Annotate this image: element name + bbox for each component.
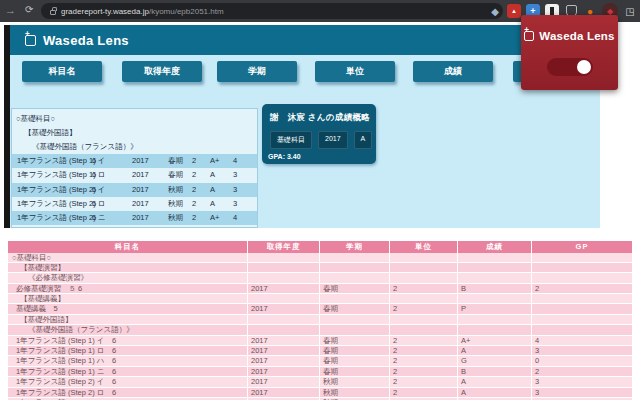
cell-gp bbox=[532, 253, 632, 262]
url-bar[interactable]: gradereport-ty.waseda.jp/kyomu/epb2051.h… bbox=[41, 3, 503, 19]
filter-chip-2[interactable]: 2017 bbox=[318, 131, 348, 149]
cell-term: 春期 bbox=[320, 336, 390, 345]
course-term: 秋期 bbox=[168, 211, 183, 225]
cell-term: 春期 bbox=[320, 346, 390, 355]
course-summary-panel: ○基礎科目○【基礎外国語】《基礎外国語（フランス語）》 1年フランス語 (Ste… bbox=[11, 108, 258, 228]
extension-toggle[interactable] bbox=[547, 58, 593, 76]
cell-units: 2 bbox=[390, 304, 458, 313]
cell-gp bbox=[532, 263, 632, 272]
grade-column-header: 学期 bbox=[320, 241, 390, 253]
course-num: 6 bbox=[92, 197, 96, 211]
cell-term bbox=[320, 325, 390, 334]
course-year: 2017 bbox=[132, 197, 149, 211]
course-num: 6 bbox=[92, 168, 96, 182]
course-grade: A bbox=[210, 168, 215, 182]
pdf-icon[interactable] bbox=[507, 4, 521, 18]
cell-subject-name: 1年フランス語 (Step 2) ロ 6 bbox=[8, 388, 248, 397]
cell-year: 2017 bbox=[248, 367, 320, 376]
course-gp: 3 bbox=[233, 197, 237, 211]
cell-year: 2017 bbox=[248, 346, 320, 355]
cell-grade bbox=[458, 294, 532, 303]
cell-units: 2 bbox=[390, 388, 458, 397]
cell-term: 春期 bbox=[320, 284, 390, 293]
cell-gp bbox=[532, 294, 632, 303]
cell-year bbox=[248, 273, 320, 282]
lock-icon bbox=[50, 10, 56, 15]
cell-year: 2017 bbox=[248, 388, 320, 397]
course-grade: A bbox=[210, 197, 215, 211]
course-units: 2 bbox=[192, 197, 196, 211]
cell-year: 2017 bbox=[248, 284, 320, 293]
waseda-lens-logo-icon bbox=[25, 35, 36, 46]
course-units: 2 bbox=[192, 154, 196, 168]
course-gp: 3 bbox=[233, 168, 237, 182]
filter-button-3[interactable]: 学期 bbox=[217, 61, 297, 82]
cell-grade: A+ bbox=[458, 336, 532, 345]
filter-chip-3[interactable]: A bbox=[354, 131, 373, 149]
gem-icon[interactable] bbox=[488, 4, 502, 18]
cell-subject-name: 【基礎講義】 bbox=[8, 294, 248, 303]
popup-title: Waseda Lens bbox=[539, 30, 614, 42]
filter-chip-1[interactable]: 基礎科目 bbox=[270, 131, 312, 149]
table-row: 基礎講義 52017春期2P bbox=[8, 304, 632, 314]
lens-header-bar: Waseda Lens bbox=[10, 25, 600, 55]
course-year: 2017 bbox=[132, 183, 149, 197]
cell-units bbox=[390, 253, 458, 262]
cell-units bbox=[390, 263, 458, 272]
filter-button-2[interactable]: 取得年度 bbox=[122, 61, 202, 82]
cell-subject-name: 1年フランス語 (Step 1) ニ 6 bbox=[8, 367, 248, 376]
table-row: 【基礎演習】 bbox=[8, 263, 632, 273]
course-row: 1年フランス語 (Step 2) イ62017秋期2A3 bbox=[12, 183, 257, 197]
table-row: 1年フランス語 (Step 1) ハ 62017春期2G0 bbox=[8, 356, 632, 366]
course-section-header: 《基礎外国語（フランス語）》 bbox=[12, 140, 257, 154]
course-term: 春期 bbox=[168, 168, 183, 182]
cell-gp: 3 bbox=[532, 377, 632, 386]
cell-gp: 0 bbox=[532, 356, 632, 365]
cell-gp: 3 bbox=[532, 388, 632, 397]
cell-term: 秋期 bbox=[320, 377, 390, 386]
cell-units bbox=[390, 294, 458, 303]
forward-icon[interactable]: → bbox=[5, 4, 16, 16]
grade-column-header: 科目名 bbox=[8, 241, 248, 253]
cell-units: 2 bbox=[390, 284, 458, 293]
cell-units: 2 bbox=[390, 356, 458, 365]
cell-grade: B bbox=[458, 367, 532, 376]
cell-term bbox=[320, 253, 390, 262]
course-num: 6 bbox=[92, 154, 96, 168]
cell-grade bbox=[458, 253, 532, 262]
cell-subject-name: 1年フランス語 (Step 1) ロ 6 bbox=[8, 346, 248, 355]
cell-units: 2 bbox=[390, 336, 458, 345]
popup-header: Waseda Lens bbox=[521, 30, 618, 42]
cell-year bbox=[248, 294, 320, 303]
cell-grade: G bbox=[458, 356, 532, 365]
course-grade: A+ bbox=[210, 154, 219, 168]
table-row: 1年フランス語 (Step 1) ロ 62017春期2A3 bbox=[8, 346, 632, 356]
puzzle-icon[interactable] bbox=[623, 4, 637, 18]
cell-term: 秋期 bbox=[320, 388, 390, 397]
grade-table: 科目名取得年度学期単位成績GP ○基礎科目○【基礎演習】《必修基礎演習》必修基礎… bbox=[8, 241, 632, 400]
filter-button-1[interactable]: 科目名 bbox=[22, 61, 102, 82]
cell-grade bbox=[458, 273, 532, 282]
grade-column-header: 成績 bbox=[458, 241, 532, 253]
grade-column-header: 単位 bbox=[390, 241, 458, 253]
cell-term: 春期 bbox=[320, 304, 390, 313]
screen: → ⟳ gradereport-ty.waseda.jp/kyomu/epb20… bbox=[0, 0, 640, 400]
table-row: 1年フランス語 (Step 2) イ 62017秋期2A3 bbox=[8, 377, 632, 387]
course-gp: 4 bbox=[233, 211, 237, 225]
cell-grade bbox=[458, 325, 532, 334]
reload-icon[interactable]: ⟳ bbox=[25, 4, 33, 15]
filter-button-4[interactable]: 単位 bbox=[315, 61, 395, 82]
course-gp: 4 bbox=[233, 154, 237, 168]
cell-subject-name: 《必修基礎演習》 bbox=[8, 273, 248, 282]
course-year: 2017 bbox=[132, 168, 149, 182]
grade-table-body: ○基礎科目○【基礎演習】《必修基礎演習》必修基礎演習 ５ 62017春期2B2【… bbox=[8, 253, 632, 400]
cell-year bbox=[248, 325, 320, 334]
cell-term bbox=[320, 263, 390, 272]
cell-grade: A bbox=[458, 388, 532, 397]
cell-gp: 3 bbox=[532, 346, 632, 355]
table-row: 《必修基礎演習》 bbox=[8, 273, 632, 283]
filter-button-5[interactable]: 成績 bbox=[413, 61, 493, 82]
filter-chips: 基礎科目2017A bbox=[270, 131, 376, 149]
gpa-summary-title: 謝 沐宸 さんの成績概略 bbox=[262, 104, 376, 124]
url-domain: gradereport-ty.waseda.jp bbox=[61, 7, 149, 16]
